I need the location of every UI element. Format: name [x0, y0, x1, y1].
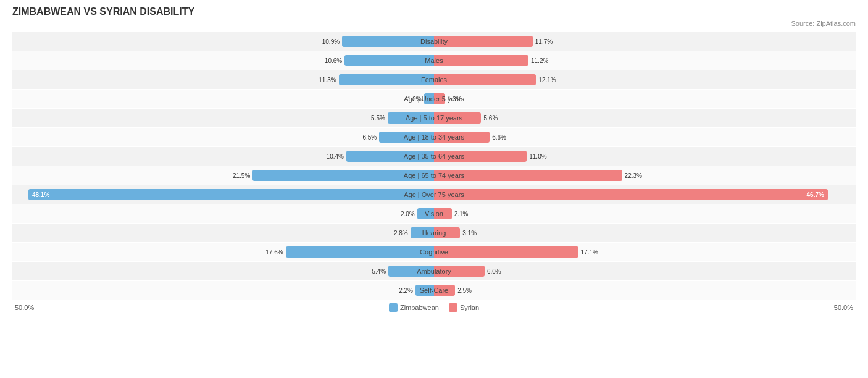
- legend-zimbabwean: Zimbabwean: [389, 303, 439, 312]
- left-half: 2.0%: [12, 204, 434, 223]
- blue-bar-value: 48.1%: [32, 191, 49, 198]
- left-half: 48.1%: [12, 185, 434, 204]
- pink-bar: [434, 285, 455, 296]
- pink-bar: [434, 93, 445, 104]
- pink-bar-value: 6.0%: [487, 268, 501, 275]
- pink-bar: [434, 246, 578, 258]
- pink-bar-value: 2.1%: [454, 211, 469, 217]
- pink-bar: 46.7%: [434, 189, 828, 200]
- pink-bar: [434, 227, 460, 238]
- legend-blue-box: [389, 303, 398, 312]
- blue-bar: [379, 132, 434, 143]
- blue-bar-value: 5.4%: [372, 268, 386, 275]
- pink-bar-value: 2.5%: [457, 287, 472, 294]
- pink-bar-value: 11.2%: [531, 57, 548, 64]
- table-row: 5.5%Age | 5 to 17 years5.6%: [12, 109, 856, 127]
- blue-bar: [344, 55, 434, 66]
- table-row: 1.2%Age | Under 5 years1.3%: [12, 90, 856, 108]
- pink-bar-value: 46.7%: [807, 191, 824, 198]
- table-row: 21.5%Age | 65 to 74 years22.3%: [12, 166, 856, 185]
- table-row: 2.8%Hearing3.1%: [12, 224, 856, 242]
- left-axis-label: 50.0%: [15, 304, 34, 311]
- pink-bar: [434, 55, 528, 66]
- right-half: 17.1%: [434, 243, 856, 261]
- chart-footer: 50.0% Zimbabwean Syrian 50.0%: [12, 303, 856, 312]
- blue-bar-value: 2.0%: [401, 211, 415, 217]
- pink-bar: [434, 36, 533, 47]
- table-row: 2.0%Vision2.1%: [12, 204, 856, 223]
- blue-bar-value: 5.5%: [371, 115, 385, 122]
- left-half: 2.8%: [12, 224, 434, 242]
- left-half: 6.5%: [12, 128, 434, 146]
- left-half: 11.3%: [12, 70, 434, 89]
- right-axis-label: 50.0%: [834, 304, 853, 311]
- rows-wrapper: 10.9%Disability11.7%10.6%Males11.2%11.3%…: [12, 32, 856, 300]
- left-half: 1.2%: [12, 90, 434, 108]
- legend-zimbabwean-label: Zimbabwean: [400, 304, 439, 311]
- blue-bar: [415, 285, 434, 296]
- blue-bar-value: 10.9%: [322, 38, 340, 45]
- table-row: 10.9%Disability11.7%: [12, 32, 856, 51]
- blue-bar-value: 17.6%: [265, 249, 283, 256]
- pink-bar-value: 22.3%: [625, 172, 642, 179]
- blue-bar-value: 10.6%: [325, 57, 342, 64]
- blue-bar: [424, 93, 434, 104]
- blue-bar-value: 21.5%: [233, 172, 250, 179]
- pink-bar-value: 12.1%: [538, 77, 556, 83]
- blue-bar: [417, 208, 434, 219]
- blue-bar-value: 2.2%: [399, 287, 413, 294]
- legend-syrian: Syrian: [449, 303, 479, 312]
- pink-bar-value: 11.0%: [529, 153, 546, 160]
- left-half: 10.6%: [12, 51, 434, 70]
- blue-bar: [346, 151, 434, 162]
- right-half: 6.0%: [434, 262, 856, 280]
- left-half: 2.2%: [12, 281, 434, 300]
- left-half: 10.9%: [12, 32, 434, 51]
- table-row: 11.3%Females12.1%: [12, 70, 856, 89]
- table-row: 2.2%Self-Care2.5%: [12, 281, 856, 300]
- pink-bar: [434, 266, 485, 277]
- right-half: 6.6%: [434, 128, 856, 146]
- pink-bar-value: 3.1%: [462, 230, 477, 237]
- blue-bar-value: 6.5%: [362, 134, 377, 141]
- pink-bar: [434, 132, 490, 143]
- right-half: 11.2%: [434, 51, 856, 70]
- pink-bar-value: 6.6%: [492, 134, 506, 141]
- blue-bar: [286, 246, 434, 258]
- blue-bar: [339, 74, 434, 85]
- pink-bar-value: 1.3%: [448, 96, 462, 103]
- right-half: 11.7%: [434, 32, 856, 51]
- right-half: 2.5%: [434, 281, 856, 300]
- left-half: 5.5%: [12, 109, 434, 127]
- right-half: 12.1%: [434, 70, 856, 89]
- blue-bar-value: 11.3%: [319, 77, 336, 83]
- right-half: 46.7%: [434, 185, 856, 204]
- left-half: 17.6%: [12, 243, 434, 261]
- blue-bar: [411, 227, 434, 238]
- chart-wrapper: 10.9%Disability11.7%10.6%Males11.2%11.3%…: [12, 32, 856, 312]
- right-half: 3.1%: [434, 224, 856, 242]
- table-row: 6.5%Age | 18 to 34 years6.6%: [12, 128, 856, 146]
- left-half: 5.4%: [12, 262, 434, 280]
- pink-bar: [434, 208, 452, 219]
- left-half: 10.4%: [12, 147, 434, 166]
- pink-bar-value: 17.1%: [581, 249, 598, 256]
- blue-bar-value: 2.8%: [394, 230, 408, 237]
- legend: Zimbabwean Syrian: [389, 303, 479, 312]
- blue-bar-value: 10.4%: [327, 153, 344, 160]
- legend-pink-box: [449, 303, 457, 312]
- right-half: 5.6%: [434, 109, 856, 127]
- pink-bar: [434, 112, 481, 124]
- table-row: 5.4%Ambulatory6.0%: [12, 262, 856, 280]
- table-row: 10.4%Age | 35 to 64 years11.0%: [12, 147, 856, 166]
- right-half: 2.1%: [434, 204, 856, 223]
- pink-bar: [434, 74, 536, 85]
- right-half: 22.3%: [434, 166, 856, 185]
- table-row: 48.1%Age | Over 75 years46.7%: [12, 185, 856, 204]
- pink-bar-value: 5.6%: [483, 115, 498, 122]
- blue-bar-value: 1.2%: [407, 96, 422, 103]
- right-half: 11.0%: [434, 147, 856, 166]
- right-half: 1.3%: [434, 90, 856, 108]
- source-label: Source: ZipAtlas.com: [12, 20, 856, 27]
- pink-bar: [434, 170, 622, 181]
